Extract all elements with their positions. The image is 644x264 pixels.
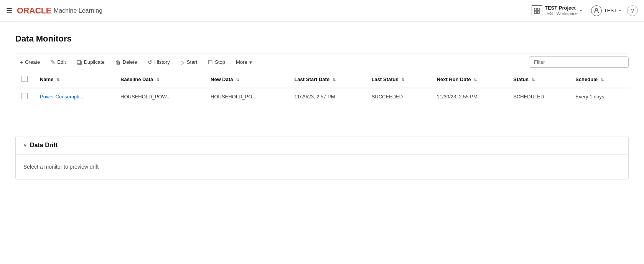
svg-rect-0 [534, 8, 537, 10]
baseline-data-value: HOUSEHOLD_POW... [120, 94, 171, 100]
svg-rect-6 [77, 60, 81, 64]
user-selector[interactable]: TEST ▾ [591, 5, 621, 16]
header-right: TEST Project TEST Workspace ▾ TEST ▾ ? [529, 3, 638, 18]
col-status[interactable]: Status ⇅ [507, 71, 569, 88]
toolbar-filter-area [529, 56, 629, 68]
history-icon: ↺ [148, 59, 152, 65]
data-monitors-toolbar: + Create ✎ Edit Duplicate 🗑 Delete ↺ His… [15, 53, 629, 71]
edit-button[interactable]: ✎ Edit [46, 57, 70, 68]
table-body: Power Consumpti... HOUSEHOLD_POW... HOUS… [15, 88, 629, 105]
last-start-sort-icon: ⇅ [333, 78, 336, 82]
history-button[interactable]: ↺ History [143, 57, 174, 68]
status-value: SCHEDULED [513, 94, 544, 100]
svg-rect-2 [534, 11, 537, 13]
oracle-brand-text: ORACLE [17, 6, 51, 16]
start-icon: ▷ [181, 59, 185, 65]
help-icon[interactable]: ? [627, 5, 638, 16]
drift-preview-text: Select a monitor to preview drift [23, 164, 99, 170]
start-button[interactable]: ▷ Start [176, 57, 202, 68]
project-name: TEST Project [545, 5, 578, 11]
project-info: TEST Project TEST Workspace [545, 5, 578, 16]
more-dropdown-icon: ▾ [249, 59, 252, 65]
create-icon: + [20, 59, 23, 65]
baseline-sort-icon: ⇅ [156, 78, 159, 82]
delete-button[interactable]: 🗑 Delete [111, 57, 142, 68]
cell-next-run-date: 11/30/23, 2:55 PM [431, 88, 507, 105]
next-run-sort-icon: ⇅ [474, 78, 477, 82]
create-button[interactable]: + Create [15, 57, 44, 68]
svg-rect-1 [537, 8, 540, 10]
user-name: TEST [604, 8, 617, 13]
schedule-value: Every 1 days [575, 94, 604, 100]
new-data-sort-icon: ⇅ [236, 78, 239, 82]
svg-rect-3 [537, 11, 540, 13]
name-sort-icon: ⇅ [56, 78, 59, 82]
app-header: ☰ ORACLE Machine Learning TEST Project T… [0, 0, 644, 22]
filter-input[interactable] [529, 56, 629, 68]
project-icon [532, 5, 542, 16]
drift-section-title: Data Drift [30, 142, 58, 149]
row-checkbox[interactable] [21, 93, 28, 99]
status-sort-icon: ⇅ [532, 78, 535, 82]
table-row: Power Consumpti... HOUSEHOLD_POW... HOUS… [15, 88, 629, 105]
cell-baseline-data: HOUSEHOLD_POW... [114, 88, 204, 105]
main-content: Data Monitors + Create ✎ Edit Duplicate … [0, 22, 644, 264]
cell-schedule: Every 1 days [569, 88, 629, 105]
cell-new-data: HOUSEHOLD_PO... [204, 88, 288, 105]
header-left: ☰ ORACLE Machine Learning [6, 6, 529, 16]
oracle-logo: ORACLE Machine Learning [17, 6, 102, 16]
cell-last-status: SUCCEEDED [366, 88, 431, 105]
col-last-status[interactable]: Last Status ⇅ [366, 71, 431, 88]
col-schedule[interactable]: Schedule ⇅ [569, 71, 629, 88]
page-title: Data Monitors [15, 34, 629, 44]
duplicate-button[interactable]: Duplicate [72, 56, 109, 67]
cell-name: Power Consumpti... [34, 88, 114, 105]
hamburger-menu-icon[interactable]: ☰ [6, 7, 12, 15]
project-dropdown-icon: ▾ [580, 8, 582, 13]
schedule-sort-icon: ⇅ [601, 78, 604, 82]
select-all-header[interactable] [15, 71, 34, 88]
select-all-checkbox[interactable] [21, 76, 28, 82]
stop-icon: ☐ [208, 59, 213, 65]
col-baseline-data[interactable]: Baseline Data ⇅ [114, 71, 204, 88]
edit-icon: ✎ [51, 59, 55, 65]
user-dropdown-icon: ▾ [619, 8, 621, 13]
monitor-name-link[interactable]: Power Consumpti... [40, 94, 83, 100]
drift-chevron-icon: ∨ [23, 143, 27, 148]
drift-section-body: Select a monitor to preview drift [16, 154, 628, 179]
col-last-start-date[interactable]: Last Start Date ⇅ [288, 71, 365, 88]
duplicate-icon [77, 59, 82, 65]
data-monitors-table: Name ⇅ Baseline Data ⇅ New Data ⇅ Last S… [15, 71, 629, 105]
svg-point-4 [595, 8, 598, 11]
user-avatar-icon [591, 5, 602, 16]
ml-product-text: Machine Learning [54, 7, 102, 14]
drift-section-header[interactable]: ∨ Data Drift [16, 136, 628, 154]
cell-status: SCHEDULED [507, 88, 569, 105]
last-status-sort-icon: ⇅ [401, 78, 404, 82]
stop-button[interactable]: ☐ Stop [203, 57, 230, 68]
new-data-value: HOUSEHOLD_PO... [211, 94, 256, 100]
table-header: Name ⇅ Baseline Data ⇅ New Data ⇅ Last S… [15, 71, 629, 88]
col-next-run-date[interactable]: Next Run Date ⇅ [431, 71, 507, 88]
workspace-name: TEST Workspace [545, 11, 578, 16]
cell-last-start-date: 11/29/23, 2:57 PM [288, 88, 365, 105]
col-name[interactable]: Name ⇅ [34, 71, 114, 88]
last-status-value: SUCCEEDED [372, 94, 403, 100]
next-run-date-value: 11/30/23, 2:55 PM [437, 94, 478, 100]
last-start-date-value: 11/29/23, 2:57 PM [294, 94, 335, 100]
col-new-data[interactable]: New Data ⇅ [204, 71, 288, 88]
data-drift-section: ∨ Data Drift Select a monitor to preview… [15, 136, 629, 179]
row-checkbox-cell[interactable] [15, 88, 34, 105]
table-header-row: Name ⇅ Baseline Data ⇅ New Data ⇅ Last S… [15, 71, 629, 88]
more-button[interactable]: More ▾ [231, 57, 257, 68]
project-selector[interactable]: TEST Project TEST Workspace ▾ [529, 3, 585, 18]
delete-icon: 🗑 [115, 59, 121, 65]
